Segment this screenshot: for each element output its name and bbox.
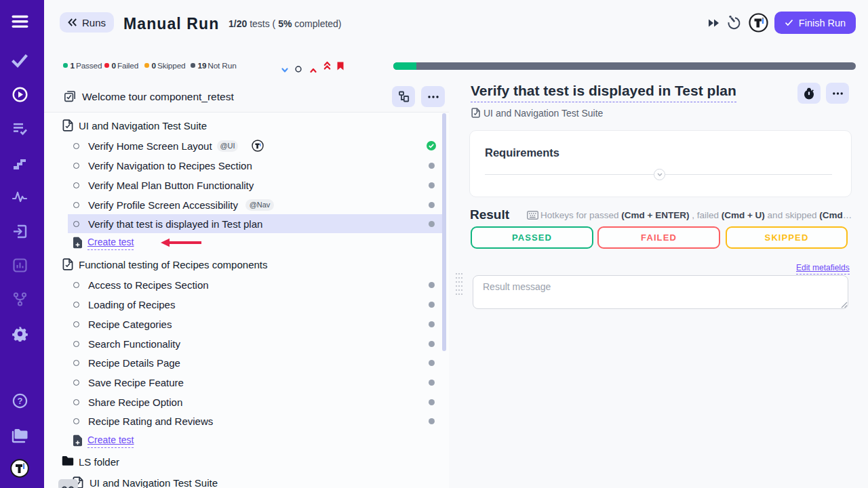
svg-text:?: ? [17, 396, 22, 406]
